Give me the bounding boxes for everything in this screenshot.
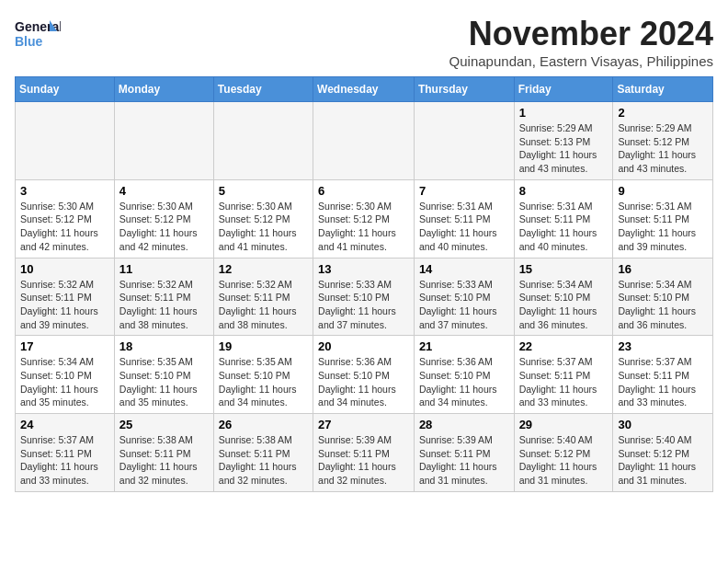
day-number: 4 (119, 184, 209, 198)
day-number: 1 (519, 106, 609, 120)
calendar-week-1: 1Sunrise: 5:29 AM Sunset: 5:13 PM Daylig… (16, 102, 713, 180)
day-number: 8 (519, 184, 609, 198)
calendar-cell (213, 102, 313, 180)
calendar-cell: 2Sunrise: 5:29 AM Sunset: 5:12 PM Daylig… (613, 102, 713, 180)
day-info: Sunrise: 5:40 AM Sunset: 5:12 PM Dayligh… (618, 433, 708, 488)
calendar-cell (16, 102, 115, 180)
day-number: 27 (318, 418, 409, 431)
day-number: 22 (519, 339, 609, 353)
day-info: Sunrise: 5:29 AM Sunset: 5:13 PM Dayligh… (519, 121, 609, 176)
calendar-cell: 15Sunrise: 5:34 AM Sunset: 5:10 PM Dayli… (514, 258, 613, 336)
day-info: Sunrise: 5:30 AM Sunset: 5:12 PM Dayligh… (219, 200, 308, 254)
day-number: 12 (219, 262, 308, 276)
day-info: Sunrise: 5:33 AM Sunset: 5:10 PM Dayligh… (419, 278, 509, 332)
calendar-cell (414, 102, 514, 180)
day-info: Sunrise: 5:35 AM Sunset: 5:10 PM Dayligh… (119, 355, 209, 409)
day-number: 23 (618, 339, 708, 353)
day-info: Sunrise: 5:37 AM Sunset: 5:11 PM Dayligh… (519, 355, 609, 409)
subtitle: Quinapundan, Eastern Visayas, Philippine… (449, 53, 713, 69)
day-number: 10 (20, 262, 109, 276)
day-info: Sunrise: 5:37 AM Sunset: 5:11 PM Dayligh… (20, 433, 109, 488)
calendar-cell: 17Sunrise: 5:34 AM Sunset: 5:10 PM Dayli… (16, 336, 115, 414)
header: GeneralBlue November 2024 Quinapundan, E… (15, 15, 713, 69)
calendar-cell: 8Sunrise: 5:31 AM Sunset: 5:11 PM Daylig… (514, 179, 613, 258)
calendar-cell: 16Sunrise: 5:34 AM Sunset: 5:10 PM Dayli… (613, 258, 713, 336)
day-number: 2 (618, 106, 708, 120)
col-header-tuesday: Tuesday (213, 77, 313, 102)
calendar-cell: 4Sunrise: 5:30 AM Sunset: 5:12 PM Daylig… (114, 179, 213, 258)
day-info: Sunrise: 5:30 AM Sunset: 5:12 PM Dayligh… (20, 200, 109, 254)
day-info: Sunrise: 5:32 AM Sunset: 5:11 PM Dayligh… (219, 278, 308, 332)
calendar-cell: 23Sunrise: 5:37 AM Sunset: 5:11 PM Dayli… (613, 336, 713, 414)
calendar-cell: 12Sunrise: 5:32 AM Sunset: 5:11 PM Dayli… (213, 258, 313, 336)
day-number: 24 (20, 418, 109, 431)
svg-text:Blue: Blue (15, 34, 43, 49)
day-number: 3 (20, 184, 109, 198)
col-header-thursday: Thursday (414, 77, 514, 102)
day-number: 17 (20, 339, 109, 353)
day-number: 5 (219, 184, 308, 198)
month-title: November 2024 (449, 15, 713, 53)
calendar-week-4: 17Sunrise: 5:34 AM Sunset: 5:10 PM Dayli… (16, 336, 713, 414)
calendar-cell: 27Sunrise: 5:39 AM Sunset: 5:11 PM Dayli… (313, 414, 415, 492)
calendar-cell: 28Sunrise: 5:39 AM Sunset: 5:11 PM Dayli… (414, 414, 514, 492)
day-info: Sunrise: 5:32 AM Sunset: 5:11 PM Dayligh… (20, 278, 109, 332)
day-number: 18 (119, 339, 209, 353)
calendar-cell: 6Sunrise: 5:30 AM Sunset: 5:12 PM Daylig… (313, 179, 415, 258)
day-number: 29 (519, 418, 609, 431)
calendar-cell: 11Sunrise: 5:32 AM Sunset: 5:11 PM Dayli… (114, 258, 213, 336)
calendar-week-2: 3Sunrise: 5:30 AM Sunset: 5:12 PM Daylig… (16, 179, 713, 258)
calendar-cell: 5Sunrise: 5:30 AM Sunset: 5:12 PM Daylig… (213, 179, 313, 258)
calendar-cell: 19Sunrise: 5:35 AM Sunset: 5:10 PM Dayli… (213, 336, 313, 414)
day-number: 15 (519, 262, 609, 276)
logo-svg: GeneralBlue (15, 15, 61, 53)
day-number: 28 (419, 418, 509, 431)
day-info: Sunrise: 5:32 AM Sunset: 5:11 PM Dayligh… (119, 278, 209, 332)
calendar-cell: 9Sunrise: 5:31 AM Sunset: 5:11 PM Daylig… (613, 179, 713, 258)
col-header-friday: Friday (514, 77, 613, 102)
calendar-cell: 30Sunrise: 5:40 AM Sunset: 5:12 PM Dayli… (613, 414, 713, 492)
day-number: 13 (318, 262, 409, 276)
day-info: Sunrise: 5:39 AM Sunset: 5:11 PM Dayligh… (419, 433, 509, 488)
day-info: Sunrise: 5:31 AM Sunset: 5:11 PM Dayligh… (618, 200, 708, 254)
calendar-cell: 24Sunrise: 5:37 AM Sunset: 5:11 PM Dayli… (16, 414, 115, 492)
calendar-table: SundayMondayTuesdayWednesdayThursdayFrid… (15, 76, 713, 492)
logo: GeneralBlue (15, 15, 61, 53)
calendar-cell: 29Sunrise: 5:40 AM Sunset: 5:12 PM Dayli… (514, 414, 613, 492)
calendar-cell: 3Sunrise: 5:30 AM Sunset: 5:12 PM Daylig… (16, 179, 115, 258)
day-info: Sunrise: 5:36 AM Sunset: 5:10 PM Dayligh… (318, 355, 409, 409)
day-number: 6 (318, 184, 409, 198)
title-area: November 2024 Quinapundan, Eastern Visay… (449, 15, 713, 69)
calendar-cell: 26Sunrise: 5:38 AM Sunset: 5:11 PM Dayli… (213, 414, 313, 492)
day-info: Sunrise: 5:30 AM Sunset: 5:12 PM Dayligh… (119, 200, 209, 254)
day-number: 21 (419, 339, 509, 353)
calendar-cell (313, 102, 415, 180)
day-number: 26 (219, 418, 308, 431)
calendar-cell: 13Sunrise: 5:33 AM Sunset: 5:10 PM Dayli… (313, 258, 415, 336)
day-number: 16 (618, 262, 708, 276)
day-number: 30 (618, 418, 708, 431)
day-info: Sunrise: 5:40 AM Sunset: 5:12 PM Dayligh… (519, 433, 609, 488)
day-number: 7 (419, 184, 509, 198)
calendar-cell: 21Sunrise: 5:36 AM Sunset: 5:10 PM Dayli… (414, 336, 514, 414)
calendar-week-3: 10Sunrise: 5:32 AM Sunset: 5:11 PM Dayli… (16, 258, 713, 336)
col-header-sunday: Sunday (16, 77, 115, 102)
calendar-cell: 7Sunrise: 5:31 AM Sunset: 5:11 PM Daylig… (414, 179, 514, 258)
day-number: 14 (419, 262, 509, 276)
calendar-cell (114, 102, 213, 180)
day-number: 20 (318, 339, 409, 353)
day-info: Sunrise: 5:37 AM Sunset: 5:11 PM Dayligh… (618, 355, 708, 409)
day-info: Sunrise: 5:31 AM Sunset: 5:11 PM Dayligh… (519, 200, 609, 254)
day-info: Sunrise: 5:39 AM Sunset: 5:11 PM Dayligh… (318, 433, 409, 488)
day-info: Sunrise: 5:29 AM Sunset: 5:12 PM Dayligh… (618, 121, 708, 176)
day-info: Sunrise: 5:38 AM Sunset: 5:11 PM Dayligh… (119, 433, 209, 488)
calendar-cell: 22Sunrise: 5:37 AM Sunset: 5:11 PM Dayli… (514, 336, 613, 414)
calendar-cell: 1Sunrise: 5:29 AM Sunset: 5:13 PM Daylig… (514, 102, 613, 180)
col-header-monday: Monday (114, 77, 213, 102)
calendar-week-5: 24Sunrise: 5:37 AM Sunset: 5:11 PM Dayli… (16, 414, 713, 492)
day-info: Sunrise: 5:34 AM Sunset: 5:10 PM Dayligh… (519, 278, 609, 332)
calendar-cell: 25Sunrise: 5:38 AM Sunset: 5:11 PM Dayli… (114, 414, 213, 492)
calendar-cell: 18Sunrise: 5:35 AM Sunset: 5:10 PM Dayli… (114, 336, 213, 414)
calendar-cell: 20Sunrise: 5:36 AM Sunset: 5:10 PM Dayli… (313, 336, 415, 414)
col-header-saturday: Saturday (613, 77, 713, 102)
